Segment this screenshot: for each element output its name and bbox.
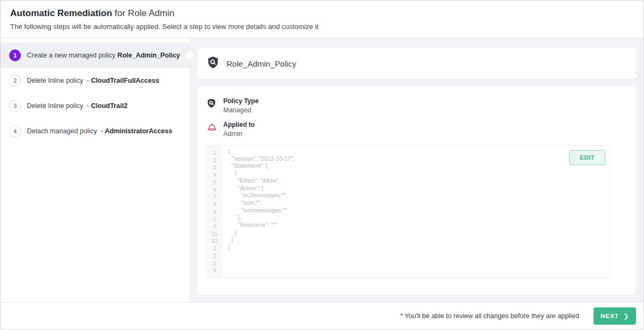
dialog-footer: * You'll be able to review all changes b… <box>1 302 643 329</box>
step-label: Detach managed policy - AdministratorAcc… <box>27 127 172 135</box>
applied-to-value: Admin <box>223 130 255 138</box>
chevron-right-icon: ❯ <box>624 313 629 319</box>
applied-to-row: Applied to Admin <box>206 121 627 138</box>
step-number-badge: 3 <box>9 100 21 112</box>
code-line: "Action": [ <box>228 185 610 192</box>
code-line: { <box>228 148 610 155</box>
line-number: 11 <box>207 231 223 238</box>
code-line: "Resource": "*" <box>228 221 610 229</box>
line-number: 6 <box>207 186 223 194</box>
code-line: "Effect": "Allow", <box>228 177 610 185</box>
page-title-rest: for Role Admin <box>112 8 174 18</box>
step-number-badge: 1 <box>9 49 21 61</box>
line-number: 7 <box>207 193 223 201</box>
policy-name: Role_Admin_Policy <box>226 59 296 68</box>
policy-type-value: Managed <box>223 106 259 114</box>
line-number: 0 <box>207 223 223 231</box>
review-note: * You'll be able to review all changes b… <box>400 312 579 320</box>
line-number: 3 <box>207 253 223 260</box>
code-line: "Statement": [ <box>228 162 610 170</box>
automatic-remediation-dialog: Automatic Remediation for Role Admin The… <box>0 0 644 330</box>
code-line: } <box>228 229 610 236</box>
line-number: 4 <box>207 267 223 275</box>
step-label: Delete Inline policy - CloudTrailFullAcc… <box>27 77 159 84</box>
role-hat-icon <box>206 121 219 138</box>
line-number: 1 <box>207 245 223 253</box>
policy-title-card: Role_Admin_Policy <box>197 48 635 79</box>
dialog-header: Automatic Remediation for Role Admin The… <box>1 1 643 38</box>
code-line: "ec2messages:*", <box>228 192 610 199</box>
line-number-gutter: 1234567891011121314 <box>207 146 223 277</box>
page-title: Automatic Remediation for Role Admin <box>10 8 634 19</box>
policy-details-card: Policy Type Managed Applied to <box>197 87 635 295</box>
code-line: } <box>228 243 610 251</box>
sidebar-step-4[interactable]: 4Detach managed policy - AdministratorAc… <box>1 118 190 144</box>
next-button-label: NEXT <box>601 313 619 319</box>
line-number: 8 <box>207 201 223 209</box>
dialog-body: 1Create a new managed policy Role_Admin_… <box>1 38 643 303</box>
code-line: ] <box>228 236 610 243</box>
line-number: 1 <box>207 149 223 157</box>
code-line: { <box>228 170 610 177</box>
line-number: 5 <box>207 179 223 186</box>
code-line: "ssmmessages:*" <box>228 207 610 214</box>
code-line: "ssm:*", <box>228 199 610 207</box>
steps-list: 1Create a new managed policy Role_Admin_… <box>1 42 190 144</box>
steps-sidebar: 1Create a new managed policy Role_Admin_… <box>1 38 191 303</box>
line-number: 9 <box>207 209 223 216</box>
policy-json-editor: 1234567891011121314 { "Version": "2012-1… <box>206 145 610 278</box>
step-number-badge: 4 <box>9 125 21 137</box>
policy-shield-icon <box>206 97 219 114</box>
sidebar-step-1[interactable]: 1Create a new managed policy Role_Admin_… <box>1 42 190 68</box>
line-number: 12 <box>207 238 223 245</box>
policy-type-row: Policy Type Managed <box>206 97 627 114</box>
line-number: 1 <box>207 260 223 268</box>
line-number: 4 <box>207 171 223 179</box>
next-button[interactable]: NEXT ❯ <box>594 307 636 325</box>
policy-json-code: { "Version": "2012-10-17", "Statement": … <box>223 146 610 277</box>
policy-shield-icon <box>206 55 220 71</box>
policy-type-label: Policy Type <box>223 97 259 105</box>
edit-button[interactable]: EDIT <box>569 150 605 165</box>
step-label: Create a new managed policy Role_Admin_P… <box>27 52 180 59</box>
step-detail-panel: Role_Admin_Policy Policy Type Managed <box>191 38 643 303</box>
line-number: 3 <box>207 164 223 171</box>
code-line: "Version": "2012-10-17", <box>228 155 610 163</box>
sidebar-step-3[interactable]: 3Delete Inline policy - CloudTrail2 <box>1 93 190 118</box>
applied-to-label: Applied to <box>223 121 255 128</box>
page-title-bold: Automatic Remediation <box>10 8 112 18</box>
step-number-badge: 2 <box>9 75 21 87</box>
sidebar-step-2[interactable]: 2Delete Inline policy - CloudTrailFullAc… <box>1 68 190 93</box>
line-number: 1 <box>207 216 223 223</box>
line-number: 2 <box>207 157 223 164</box>
page-subtitle: The following steps will be automaticall… <box>10 23 634 31</box>
code-line: ], <box>228 214 610 221</box>
step-label: Delete Inline policy - CloudTrail2 <box>27 102 128 110</box>
